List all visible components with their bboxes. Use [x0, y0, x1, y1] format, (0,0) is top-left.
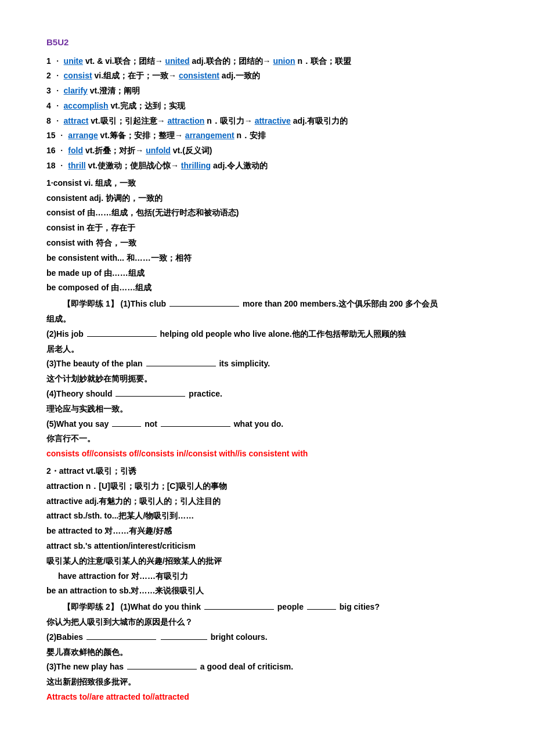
- attract-line1: attraction n．[U]吸引；吸引力；[C]吸引人的事物: [46, 480, 499, 494]
- entry-clarify: 3 ・ clarify vt.澄清；阐明: [46, 84, 499, 98]
- entry-attract: 8 ・ attract vt.吸引；引起注意→ attraction n．吸引力…: [46, 114, 499, 128]
- def-thrilling: adj.令人激动的: [213, 161, 268, 170]
- def-unfold: vt.(反义词): [173, 146, 212, 155]
- practice1-ex1-cont: 组成。: [46, 312, 499, 326]
- practice2-ex2: (2)Babies bright colours.: [46, 631, 499, 645]
- dot-3: ・: [53, 86, 62, 95]
- word-consistent: consistent: [179, 71, 219, 80]
- practice1-ex5-zh: 你言行不一。: [46, 432, 499, 446]
- dot-1: ・: [53, 56, 62, 66]
- consist-phrase-4: be consistent with... 和……一致；相符: [46, 251, 499, 265]
- entry-number-16: 16: [46, 146, 56, 155]
- consist-title1: 1·consist vi. 组成，一致: [46, 177, 499, 190]
- word-unfold: unfold: [146, 146, 171, 155]
- consist-answer: consists of//consists of//consists in//c…: [46, 447, 499, 461]
- def-fold: vt.折叠；对折→: [85, 146, 143, 155]
- attract-line4: be attracted to 对……有兴趣/好感: [46, 524, 499, 538]
- entry-number-18: 18: [46, 161, 56, 170]
- def-unite: vt. & vi.联合；团结→: [85, 56, 163, 66]
- dot-2: ・: [53, 71, 62, 80]
- word-thrilling: thrilling: [181, 161, 211, 170]
- practice2-header: 【即学即练 2】 (1)What do you think people big…: [63, 600, 499, 614]
- attract-answer: Attracts to//are attracted to//attracted: [46, 690, 499, 704]
- practice2-ex3-zh: 这出新剧招致很多批评。: [46, 675, 499, 689]
- def-consist: vi.组成；在于；一致→: [94, 71, 176, 80]
- def-attract: vt.吸引；引起注意→: [91, 116, 165, 125]
- entry-number-4: 4: [46, 101, 51, 110]
- dot-8: ・: [53, 116, 62, 125]
- practice2-ex3: (3)The new play has a good deal of criti…: [46, 660, 499, 674]
- page-title: B5U2: [46, 35, 499, 50]
- practice1-header: 【即学即练 1】 (1)This club more than 200 memb…: [63, 297, 499, 311]
- consist-phrase-1: consist of 由……组成，包括(无进行时态和被动语态): [46, 206, 499, 220]
- dot-18: ・: [57, 161, 66, 170]
- attract-title: 2・attract vt.吸引；引诱: [46, 465, 499, 478]
- entry-consist: 2 ・ consist vi.组成；在于；一致→ consistent adj.…: [46, 69, 499, 83]
- entry-number-15: 15: [46, 131, 56, 140]
- attract-line5: attract sb.'s attention/interest/critici…: [46, 539, 499, 553]
- word-consist: consist: [64, 71, 92, 80]
- entry-unite: 1 ・ unite vt. & vi.联合；团结→ united adj.联合的…: [46, 55, 499, 69]
- attract-line5-zh: 吸引某人的注意/吸引某人的兴趣/招致某人的批评: [46, 555, 499, 568]
- practice1-ex5: (5)What you say not what you do.: [46, 417, 499, 431]
- practice1-ex3-zh: 这个计划妙就妙在简明扼要。: [46, 372, 499, 386]
- practice1-ex2-cont: 居老人。: [46, 343, 499, 357]
- entry-number-8: 8: [46, 116, 51, 125]
- def-accomplish: vt.完成；达到；实现: [111, 101, 185, 110]
- word-thrill: thrill: [68, 161, 85, 170]
- word-accomplish: accomplish: [64, 101, 109, 110]
- def-attraction: n．吸引力→: [207, 116, 252, 125]
- word-attraction: attraction: [168, 116, 205, 125]
- practice1-ex4: (4)Theory should practice.: [46, 387, 499, 401]
- practice1-ex4-zh: 理论应与实践相一致。: [46, 402, 499, 416]
- entry-accomplish: 4 ・ accomplish vt.完成；达到；实现: [46, 99, 499, 113]
- def-united: adj.联合的；团结的→: [192, 56, 271, 66]
- def-arrangement: n．安排: [237, 131, 266, 140]
- attract-line6: have attraction for 对……有吸引力: [58, 570, 499, 584]
- word-unite: unite: [64, 56, 83, 66]
- practice1-ex2: (2)His job helping old people who live a…: [46, 327, 499, 341]
- word-united: united: [165, 56, 190, 66]
- consist-phrase-5: be made up of 由……组成: [46, 267, 499, 280]
- def-thrill: vt.使激动；使胆战心惊→: [88, 161, 179, 170]
- consist-phrase-3: consist with 符合，一致: [46, 236, 499, 250]
- entry-fold: 16 ・ fold vt.折叠；对折→ unfold vt.(反义词): [46, 144, 499, 158]
- consist-section: 1·consist vi. 组成，一致 consistent adj. 协调的，…: [46, 177, 499, 461]
- attract-line3: attract sb./sth. to...把某人/物吸引到……: [46, 509, 499, 523]
- def-arrange: vt.筹备；安排；整理→: [100, 131, 183, 140]
- def-consistent: adj.一致的: [222, 71, 260, 80]
- word-arrange: arrange: [68, 131, 98, 140]
- attract-line2: attractive adj.有魅力的；吸引人的；引人注目的: [46, 495, 499, 509]
- def-union: n．联合；联盟: [298, 56, 352, 66]
- practice2-ex2-zh: 婴儿喜欢鲜艳的颜色。: [46, 646, 499, 660]
- word-fold: fold: [68, 146, 83, 155]
- entry-number-3: 3: [46, 86, 51, 95]
- word-attractive: attractive: [255, 116, 291, 125]
- consist-title2: consistent adj. 协调的，一致的: [46, 192, 499, 206]
- practice2-ex1-zh: 你认为把人吸引到大城市的原因是什么？: [46, 615, 499, 629]
- entry-number-1: 1: [46, 56, 51, 66]
- consist-phrase-2: consist in 在于，存在于: [46, 221, 499, 235]
- entry-thrill: 18 ・ thrill vt.使激动；使胆战心惊→ thrilling adj.…: [46, 159, 499, 173]
- dot-4: ・: [53, 101, 62, 110]
- word-arrangement: arrangement: [185, 131, 234, 140]
- consist-phrase-6: be composed of 由……组成: [46, 281, 499, 295]
- entry-number-2: 2: [46, 71, 51, 80]
- dot-15: ・: [57, 131, 66, 140]
- word-attract: attract: [64, 116, 89, 125]
- def-attractive: adj.有吸引力的: [293, 116, 348, 125]
- word-clarify: clarify: [64, 86, 88, 95]
- practice1-ex3: (3)The beauty of the plan its simplicity…: [46, 357, 499, 371]
- dot-16: ・: [57, 146, 66, 155]
- attract-section: 2・attract vt.吸引；引诱 attraction n．[U]吸引；吸引…: [46, 465, 499, 704]
- def-clarify: vt.澄清；阐明: [90, 86, 140, 95]
- entry-arrange: 15 ・ arrange vt.筹备；安排；整理→ arrangement n．…: [46, 129, 499, 143]
- attract-line7: be an attraction to sb.对……来说很吸引人: [46, 584, 499, 598]
- word-union: union: [273, 56, 295, 66]
